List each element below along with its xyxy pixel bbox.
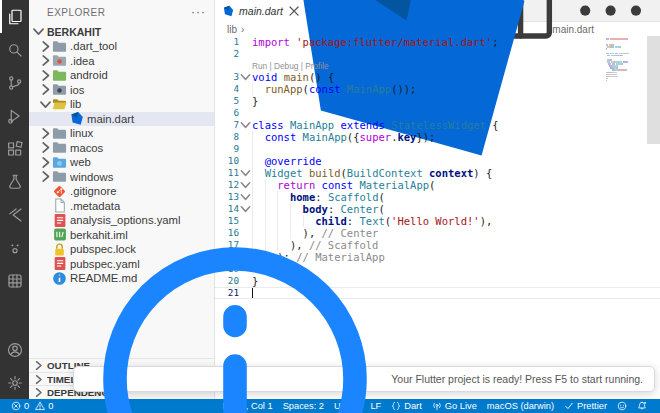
fold-spacer: [239, 95, 252, 107]
fold-chevron-icon[interactable]: [239, 119, 252, 131]
tree-item-analysis-options-yaml[interactable]: analysis_options.yaml: [29, 213, 214, 228]
code-line-text: child: Text('Hello World!'),: [252, 215, 660, 227]
notification-toast[interactable]: Your Flutter project is ready! Press F5 …: [73, 366, 655, 392]
line-number[interactable]: 7: [215, 119, 239, 131]
indent-guide: [265, 203, 266, 215]
files-icon: [6, 8, 24, 26]
tree-item-android[interactable]: android: [29, 68, 214, 83]
more-actions-icon[interactable]: ···: [191, 5, 206, 19]
tree-item--gitignore[interactable]: .gitignore: [29, 184, 214, 199]
fold-chevron-icon[interactable]: [239, 179, 252, 191]
line-number[interactable]: 14: [215, 203, 239, 215]
code-line-13[interactable]: 13 home: Scaffold(: [215, 191, 660, 203]
activity-item-settings[interactable]: [0, 366, 29, 399]
code-line-5[interactable]: 5}: [215, 95, 660, 107]
line-number[interactable]: 9: [215, 143, 239, 155]
line-number[interactable]: 15: [215, 215, 239, 227]
activity-item-search[interactable]: [0, 33, 29, 66]
line-number[interactable]: 5: [215, 95, 239, 107]
tree-item-lib[interactable]: lib: [29, 97, 214, 112]
tree-item--metadata[interactable]: .metadata: [29, 199, 214, 214]
line-number[interactable]: 8: [215, 131, 239, 143]
status-go-live[interactable]: Go Live: [427, 401, 482, 411]
status-platform[interactable]: macOS (darwin): [482, 401, 559, 411]
status-errors[interactable]: 0: [8, 401, 32, 411]
editor-scrollbar[interactable]: [647, 36, 660, 144]
code-line-9[interactable]: 9: [215, 143, 660, 155]
code-line-1[interactable]: 1import 'package:flutter/material.dart';: [215, 36, 660, 48]
chevron-right-icon: [39, 40, 52, 53]
indent-guide: [252, 191, 253, 203]
code-line-6[interactable]: 6: [215, 107, 660, 119]
indent-guide: [252, 203, 253, 215]
status-label: Go Live: [445, 401, 477, 411]
activity-item-explorer[interactable]: [0, 0, 29, 33]
tree-item--idea[interactable]: .idea: [29, 54, 214, 69]
chevron-right-icon: [39, 127, 52, 140]
line-number[interactable]: 13: [215, 191, 239, 203]
code-line-14[interactable]: 14 body: Center(: [215, 203, 660, 215]
fold-chevron-icon[interactable]: [239, 191, 252, 203]
tree-item-ios[interactable]: ios: [29, 83, 214, 98]
code-line-2[interactable]: 2: [215, 48, 660, 60]
code-line-3[interactable]: 3void main() {: [215, 71, 660, 83]
line-number[interactable]: 4: [215, 83, 239, 95]
indent-guide: [252, 131, 253, 143]
fold-chevron-icon[interactable]: [239, 167, 252, 179]
code-line-7[interactable]: 7class MainApp extends StatelessWidget {: [215, 119, 660, 131]
dart-icon: [222, 5, 234, 17]
code-line-text: home: Scaffold(: [252, 191, 660, 203]
line-number[interactable]: 3: [215, 71, 239, 83]
code-line-10[interactable]: 10 @override: [215, 155, 660, 167]
breadcrumb-file[interactable]: main.dart: [552, 24, 594, 35]
account-icon: [6, 341, 24, 359]
tree-item-label: android: [70, 69, 108, 81]
tree-root-berkahit[interactable]: BERKAHIT: [29, 24, 214, 39]
fold-chevron-icon[interactable]: [239, 71, 252, 83]
grid-icon: [6, 272, 24, 290]
minimap[interactable]: [606, 38, 646, 84]
tree-item-main-dart[interactable]: main.dart: [29, 112, 214, 127]
status-prettier[interactable]: Prettier: [559, 401, 612, 411]
activity-item-dev-tools[interactable]: [0, 231, 29, 264]
activity-item-testing[interactable]: [0, 165, 29, 198]
code-line-11[interactable]: 11 Widget build(BuildContext context) {: [215, 167, 660, 179]
tree-item-linux[interactable]: linux: [29, 126, 214, 141]
code-line-text: runApp(const MainApp());: [252, 83, 660, 95]
breadcrumb-folder[interactable]: lib: [227, 24, 237, 35]
code-line-15[interactable]: 15 child: Text('Hello World!'),: [215, 215, 660, 227]
line-number[interactable]: 11: [215, 167, 239, 179]
line-number[interactable]: 10: [215, 155, 239, 167]
line-number[interactable]: 12: [215, 179, 239, 191]
activity-item-accounts[interactable]: [0, 333, 29, 366]
fold-chevron-icon[interactable]: [239, 203, 252, 215]
status-language-mode[interactable]: Dart: [386, 401, 427, 411]
tree-item-label: web: [70, 156, 91, 168]
code-line-8[interactable]: 8 const MainApp({super.key});: [215, 131, 660, 143]
tree-item-windows[interactable]: windows: [29, 170, 214, 185]
extensions-icon: [6, 140, 24, 158]
code-line-4[interactable]: 4 runApp(const MainApp());: [215, 83, 660, 95]
code-line-12[interactable]: 12 return const MaterialApp(: [215, 179, 660, 191]
activity-item-flutter[interactable]: [0, 198, 29, 231]
status-notifications[interactable]: [632, 401, 652, 411]
line-number[interactable]: 1: [215, 36, 239, 48]
line-number[interactable]: 2: [215, 48, 239, 60]
check-icon: [564, 401, 574, 411]
activity-item-source-control[interactable]: [0, 66, 29, 99]
tree-item-label: .metadata: [70, 200, 120, 212]
tree-item-macos[interactable]: macos: [29, 141, 214, 156]
activity-item-project-grid[interactable]: [0, 264, 29, 297]
activity-item-extensions[interactable]: [0, 132, 29, 165]
tree-item-web[interactable]: web: [29, 155, 214, 170]
codelens-actions[interactable]: Run | Debug | Profile: [252, 61, 329, 71]
tree-item-label: .idea: [70, 55, 95, 67]
tree-item-label: main.dart: [87, 113, 134, 125]
status-feedback[interactable]: [612, 401, 632, 411]
source-control-icon: [6, 74, 24, 92]
status-warnings[interactable]: 0: [32, 401, 56, 411]
activity-item-run-and-debug[interactable]: [0, 99, 29, 132]
flutter-icon: [6, 206, 24, 224]
line-number[interactable]: 6: [215, 107, 239, 119]
tree-item--dart-tool[interactable]: .dart_tool: [29, 39, 214, 54]
